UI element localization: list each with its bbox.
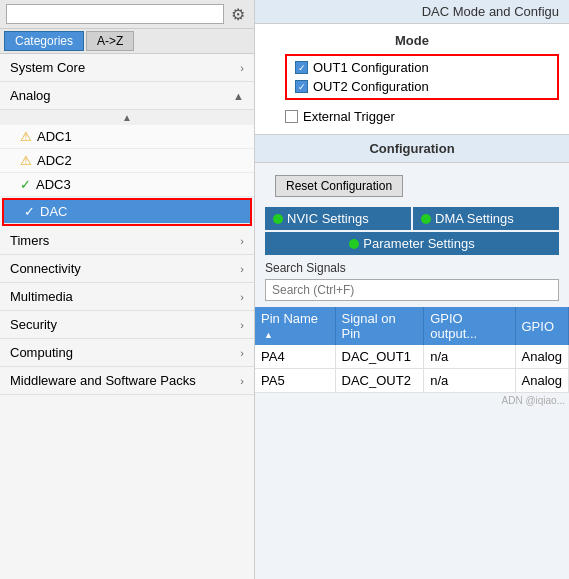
sidebar-item-multimedia[interactable]: Multimedia › [0, 283, 254, 311]
sidebar-item-security[interactable]: Security › [0, 311, 254, 339]
mode-section: Mode ✓ OUT1 Configuration ✓ OUT2 Configu… [255, 24, 569, 135]
sidebar-item-timers[interactable]: Timers › [0, 227, 254, 255]
table-row: PA5 DAC_OUT2 n/a Analog [255, 369, 569, 393]
cell-signal-pa5: DAC_OUT2 [335, 369, 424, 393]
col-gpio-output[interactable]: GPIO output... [424, 307, 515, 345]
param-dot-icon [349, 239, 359, 249]
chevron-right-icon-middleware: › [240, 375, 244, 387]
table-header-row: Pin Name ▲ Signal on Pin GPIO output... … [255, 307, 569, 345]
nvic-settings-label: NVIC Settings [287, 211, 369, 226]
config-section: Configuration Reset Configuration NVIC S… [255, 135, 569, 579]
chevron-right-icon-security: › [240, 319, 244, 331]
watermark: ADN @iqiao... [255, 393, 569, 408]
sidebar-item-adc2[interactable]: ⚠ ADC2 [0, 149, 254, 173]
middleware-label: Middleware and Software Packs [10, 373, 196, 388]
chevron-right-icon: › [240, 62, 244, 74]
col-gpio[interactable]: GPIO [515, 307, 569, 345]
chevron-right-icon-timers: › [240, 235, 244, 247]
config-title: Configuration [255, 135, 569, 163]
tab-categories[interactable]: Categories [4, 31, 84, 51]
sort-arrow-pin: ▲ [264, 330, 273, 340]
table-container: Pin Name ▲ Signal on Pin GPIO output... … [255, 307, 569, 579]
col-pin-name[interactable]: Pin Name ▲ [255, 307, 335, 345]
dma-dot-icon [421, 214, 431, 224]
sidebar-item-connectivity[interactable]: Connectivity › [0, 255, 254, 283]
col-signal[interactable]: Signal on Pin [335, 307, 424, 345]
gear-icon[interactable]: ⚙ [228, 4, 248, 24]
dac-border: ✓ DAC [2, 198, 252, 226]
scroll-arrow-up: ▲ [122, 112, 132, 123]
parameter-settings-tab[interactable]: Parameter Settings [265, 232, 559, 255]
chevron-right-icon-connectivity: › [240, 263, 244, 275]
timers-label: Timers [10, 233, 49, 248]
security-label: Security [10, 317, 57, 332]
left-panel: ⚙ Categories A->Z System Core › Analog ▲… [0, 0, 255, 579]
search-signals-label: Search Signals [255, 255, 569, 277]
check-icon-dac: ✓ [24, 204, 35, 219]
connectivity-label: Connectivity [10, 261, 81, 276]
right-panel: DAC Mode and Configu Mode ✓ OUT1 Configu… [255, 0, 569, 579]
out2-option[interactable]: ✓ OUT2 Configuration [295, 79, 549, 94]
tab-az[interactable]: A->Z [86, 31, 134, 51]
system-core-label: System Core [10, 60, 85, 75]
tab-bar: Categories A->Z [0, 29, 254, 54]
external-trigger-label: External Trigger [303, 109, 395, 124]
red-border-box: ✓ OUT1 Configuration ✓ OUT2 Configuratio… [285, 54, 559, 100]
settings-tabs-row: NVIC Settings DMA Settings [255, 207, 569, 230]
sidebar-item-system-core[interactable]: System Core › [0, 54, 254, 82]
reset-configuration-button[interactable]: Reset Configuration [275, 175, 403, 197]
adc3-label: ADC3 [36, 177, 71, 192]
panel-title: DAC Mode and Configu [422, 4, 559, 19]
out1-option[interactable]: ✓ OUT1 Configuration [295, 60, 549, 75]
dac-label: DAC [40, 204, 67, 219]
search-input[interactable] [6, 4, 224, 24]
mode-title: Mode [265, 30, 559, 54]
sidebar-item-middleware[interactable]: Middleware and Software Packs › [0, 367, 254, 395]
external-trigger-checkbox[interactable] [285, 110, 298, 123]
cell-gpio-out-pa5: n/a [424, 369, 515, 393]
external-trigger-option[interactable]: External Trigger [285, 109, 559, 124]
mode-options: ✓ OUT1 Configuration ✓ OUT2 Configuratio… [265, 54, 559, 124]
cell-gpio-out-pa4: n/a [424, 345, 515, 369]
multimedia-label: Multimedia [10, 289, 73, 304]
warn-icon-adc2: ⚠ [20, 153, 32, 168]
cell-gpio-pa5: Analog [515, 369, 569, 393]
adc2-label: ADC2 [37, 153, 72, 168]
search-signals-input[interactable] [265, 279, 559, 301]
table-row: PA4 DAC_OUT1 n/a Analog [255, 345, 569, 369]
sidebar-item-adc3[interactable]: ✓ ADC3 [0, 173, 254, 197]
check-icon-adc3: ✓ [20, 177, 31, 192]
chevron-up-icon: ▲ [233, 90, 244, 102]
out1-label: OUT1 Configuration [313, 60, 429, 75]
cell-pin-pa4: PA4 [255, 345, 335, 369]
computing-label: Computing [10, 345, 73, 360]
sidebar-item-adc1[interactable]: ⚠ ADC1 [0, 125, 254, 149]
parameter-settings-label: Parameter Settings [363, 236, 474, 251]
chevron-right-icon-multimedia: › [240, 291, 244, 303]
analog-label: Analog [10, 88, 50, 103]
sidebar-item-analog[interactable]: Analog ▲ [0, 82, 254, 110]
sidebar-item-dac[interactable]: ✓ DAC [4, 200, 250, 224]
dma-settings-tab[interactable]: DMA Settings [413, 207, 559, 230]
nvic-settings-tab[interactable]: NVIC Settings [265, 207, 411, 230]
nvic-dot-icon [273, 214, 283, 224]
out2-label: OUT2 Configuration [313, 79, 429, 94]
dma-settings-label: DMA Settings [435, 211, 514, 226]
sidebar-item-computing[interactable]: Computing › [0, 339, 254, 367]
adc1-label: ADC1 [37, 129, 72, 144]
chevron-right-icon-computing: › [240, 347, 244, 359]
out1-checkbox[interactable]: ✓ [295, 61, 308, 74]
warn-icon-adc1: ⚠ [20, 129, 32, 144]
cell-signal-pa4: DAC_OUT1 [335, 345, 424, 369]
sidebar-content: System Core › Analog ▲ ▲ ⚠ ADC1 ⚠ ADC2 ✓… [0, 54, 254, 579]
search-bar: ⚙ [0, 0, 254, 29]
right-panel-header: DAC Mode and Configu [255, 0, 569, 24]
signals-table: Pin Name ▲ Signal on Pin GPIO output... … [255, 307, 569, 393]
cell-pin-pa5: PA5 [255, 369, 335, 393]
cell-gpio-pa4: Analog [515, 345, 569, 369]
scroll-up-indicator: ▲ [0, 110, 254, 125]
out2-checkbox[interactable]: ✓ [295, 80, 308, 93]
